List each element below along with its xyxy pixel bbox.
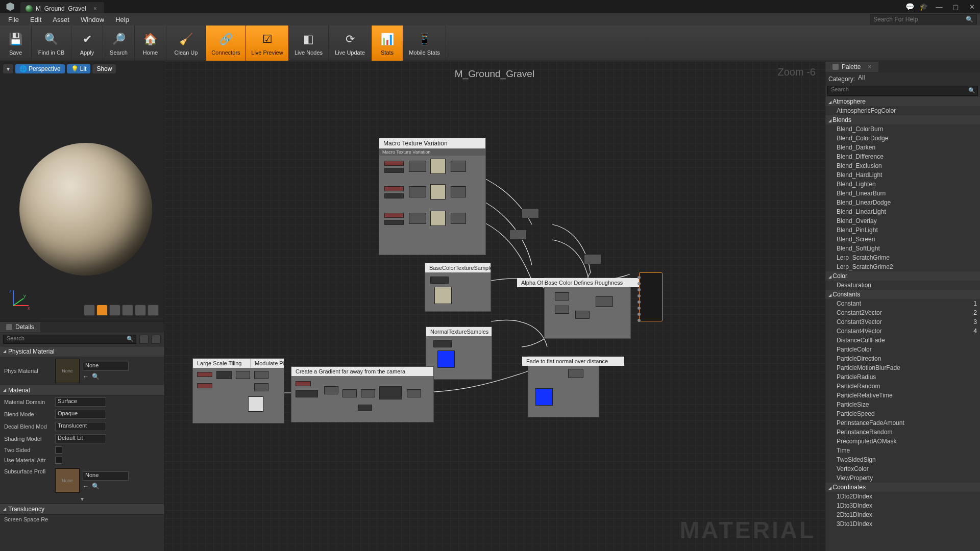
toolbar-search-button[interactable]: 🔎Search (103, 26, 135, 61)
blend-mode-combo[interactable]: Opaque (55, 410, 106, 419)
use-selected-icon[interactable]: ← (83, 373, 89, 380)
shape-plane-button[interactable] (109, 305, 120, 316)
details-grid-icon[interactable] (139, 335, 149, 344)
toolbar-connectors-button[interactable]: 🔗Connectors (206, 26, 246, 61)
palette-category-constants[interactable]: Constants (825, 290, 980, 299)
subsurface-thumb[interactable]: None (55, 468, 80, 493)
palette-item-blend_colorburn[interactable]: Blend_ColorBurn (825, 124, 980, 134)
palette-item-vertexcolor[interactable]: VertexColor (825, 464, 980, 473)
node-lerp-3[interactable] (584, 254, 601, 264)
group-macro-texture-variation[interactable]: Macro Texture Variation Macro Texture Va… (379, 138, 486, 255)
palette-item-time[interactable]: Time (825, 446, 980, 455)
document-tab[interactable]: M_Ground_Gravel × (20, 2, 104, 13)
palette-item-blend_darken[interactable]: Blend_Darken (825, 143, 980, 152)
menu-edit[interactable]: Edit (25, 14, 46, 25)
details-eye-icon[interactable] (152, 335, 161, 344)
node-lerp-2[interactable] (509, 230, 527, 240)
palette-item-particlerelativetime[interactable]: ParticleRelativeTime (825, 391, 980, 400)
palette-item-particlesize[interactable]: ParticleSize (825, 400, 980, 409)
subsurface-combo[interactable]: None (83, 471, 129, 481)
viewport-lit-button[interactable]: 💡 Lit (67, 64, 91, 73)
section-physical-material[interactable]: Physical Material (0, 346, 164, 357)
help-search-input[interactable]: Search For Help 🔍 (870, 14, 977, 24)
menu-help[interactable]: Help (110, 14, 134, 25)
close-window-button[interactable]: ✕ (964, 0, 980, 13)
palette-item-lerp_scratchgrime2[interactable]: Lerp_ScratchGrime2 (825, 262, 980, 271)
browse-icon[interactable]: 🔍 (92, 373, 100, 380)
section-translucency[interactable]: Translucency (0, 504, 164, 515)
shape-mesh-button[interactable] (135, 305, 146, 316)
menu-asset[interactable]: Asset (47, 14, 75, 25)
palette-category-coordinates[interactable]: Coordinates (825, 483, 980, 492)
browse-icon[interactable]: 🔍 (92, 483, 100, 490)
toolbar-home-button[interactable]: 🏠Home (135, 26, 166, 61)
palette-item-particlecolor[interactable]: ParticleColor (825, 345, 980, 354)
palette-item-blend_pinlight[interactable]: Blend_PinLight (825, 226, 980, 235)
palette-item-2dto1dindex[interactable]: 2Dto1DIndex (825, 510, 980, 519)
minimize-button[interactable]: — (931, 0, 947, 13)
palette-item-distancecullfade[interactable]: DistanceCullFade (825, 336, 980, 345)
palette-item-particlespeed[interactable]: ParticleSpeed (825, 409, 980, 418)
group-fade-normal[interactable]: Fade to flat normal over distance (528, 356, 599, 417)
palette-item-particleradius[interactable]: ParticleRadius (825, 372, 980, 382)
group-gradient[interactable]: Create a Gradient far away from the came… (291, 366, 434, 422)
palette-item-perinstancerandom[interactable]: PerInstanceRandom (825, 428, 980, 437)
palette-item-lerp_scratchgrime[interactable]: Lerp_ScratchGrime (825, 253, 980, 262)
group-alpha-roughness[interactable]: Alpha Of Base Color Defines Roughness (544, 278, 631, 339)
toolbar-save-button[interactable]: 💾Save (0, 26, 32, 61)
viewport-show-button[interactable]: Show (92, 64, 116, 73)
palette-item-perinstancefadeamount[interactable]: PerInstanceFadeAmount (825, 418, 980, 428)
palette-item-blend_lighten[interactable]: Blend_Lighten (825, 180, 980, 189)
palette-tab[interactable]: Palette × (825, 62, 878, 72)
phys-material-thumb[interactable]: None (55, 359, 80, 383)
shape-cylinder-button[interactable] (84, 305, 95, 316)
palette-category-atmosphere[interactable]: Atmosphere (825, 97, 980, 106)
palette-item-constant[interactable]: Constant1 (825, 299, 980, 308)
use-material-attr-checkbox[interactable] (55, 457, 62, 464)
toolbar-live-update-button[interactable]: ⟳Live Update (329, 26, 372, 61)
palette-item-blend_hardlight[interactable]: Blend_HardLight (825, 170, 980, 180)
palette-item-desaturation[interactable]: Desaturation (825, 281, 980, 290)
palette-item-1dto3dindex[interactable]: 1Dto3DIndex (825, 501, 980, 510)
palette-item-particledirection[interactable]: ParticleDirection (825, 354, 980, 363)
palette-item-blend_linearburn[interactable]: Blend_LinearBurn (825, 189, 980, 198)
menu-window[interactable]: Window (76, 14, 109, 25)
palette-item-blend_lineardodge[interactable]: Blend_LinearDodge (825, 198, 980, 207)
toolbar-clean-up-button[interactable]: 🧹Clean Up (166, 26, 206, 61)
chat-icon[interactable]: 💬 (905, 3, 914, 11)
use-selected-icon[interactable]: ← (83, 483, 89, 490)
palette-item-blend_screen[interactable]: Blend_Screen (825, 235, 980, 244)
palette-item-3dto1dindex[interactable]: 3Dto1DIndex (825, 519, 980, 529)
palette-item-blend_colordodge[interactable]: Blend_ColorDodge (825, 134, 980, 143)
details-search-input[interactable]: Search 🔍 (3, 335, 136, 344)
palette-category-combo[interactable]: All (858, 74, 977, 84)
close-tab-icon[interactable]: × (93, 5, 97, 12)
toolbar-stats-button[interactable]: 📊Stats (372, 26, 403, 61)
shape-cube-button[interactable] (122, 305, 133, 316)
viewport-perspective-button[interactable]: 🌐 Perspective (15, 64, 65, 73)
material-graph[interactable]: M_Ground_Gravel Zoom -6 MATERIAL Macro T… (164, 61, 825, 551)
section-expand-arrow[interactable]: ▾ (0, 494, 164, 504)
palette-item-blend_softlight[interactable]: Blend_SoftLight (825, 244, 980, 253)
group-large-scale-tiling[interactable]: Large Scale TilingModulate Pixel Depth w… (192, 358, 284, 423)
palette-item-blend_exclusion[interactable]: Blend_Exclusion (825, 161, 980, 170)
group-normal-texturesamples[interactable]: NormalTextureSamples (426, 327, 492, 380)
viewport-settings-button[interactable] (148, 305, 159, 316)
preview-viewport[interactable]: ▾ 🌐 Perspective 💡 Lit Show z x y (0, 61, 164, 321)
material-domain-combo[interactable]: Surface (55, 397, 106, 407)
details-tab[interactable]: Details (0, 322, 40, 332)
palette-category-blends[interactable]: Blends (825, 115, 980, 124)
palette-item-blend_linearlight[interactable]: Blend_LinearLight (825, 207, 980, 216)
material-result-node[interactable] (639, 272, 663, 321)
phys-material-combo[interactable]: None (83, 362, 129, 371)
toolbar-find-in-cb-button[interactable]: 🔍Find in CB (32, 26, 71, 61)
palette-item-constant2vector[interactable]: Constant2Vector2 (825, 308, 980, 317)
toolbar-live-nodes-button[interactable]: ◧Live Nodes (289, 26, 329, 61)
palette-category-color[interactable]: Color (825, 271, 980, 281)
decal-blend-combo[interactable]: Translucent (55, 422, 106, 431)
palette-item-constant3vector[interactable]: Constant3Vector3 (825, 317, 980, 327)
palette-item-blend_overlay[interactable]: Blend_Overlay (825, 216, 980, 226)
palette-item-precomputedaomask[interactable]: PrecomputedAOMask (825, 437, 980, 446)
palette-item-constant4vector[interactable]: Constant4Vector4 (825, 327, 980, 336)
two-sided-checkbox[interactable] (55, 446, 62, 454)
